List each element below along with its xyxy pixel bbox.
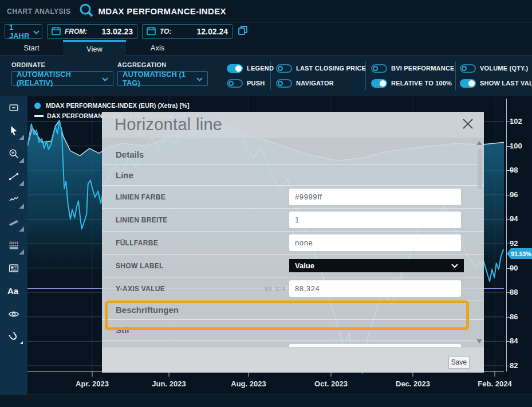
y-tick-mark [506, 317, 511, 318]
section-header: Line [102, 165, 484, 186]
y-axis-value-input[interactable]: 88,324 [289, 280, 461, 297]
flyout-corner [19, 204, 24, 209]
y-tick-mark [506, 170, 511, 171]
toggle-bvi-performance[interactable]: BVI PERFORMANCE [371, 62, 455, 74]
zoom-in-icon[interactable] [0, 142, 27, 165]
close-icon[interactable] [460, 116, 476, 132]
toggle-off-icon[interactable] [276, 64, 292, 73]
toggle-on-icon[interactable] [371, 79, 387, 88]
flyout-corner [19, 226, 24, 232]
show-label-select[interactable]: Value [289, 259, 464, 272]
x-axis[interactable]: Apr. 2023Jun. 2023Aug. 2023Oct. 2023Dec.… [27, 378, 532, 394]
y-tick-mark [506, 341, 511, 342]
select-value: Value [295, 261, 314, 270]
aggregation-label: AGGREGATION [117, 61, 208, 68]
toggle-off-icon[interactable] [371, 64, 387, 73]
field-row-show-label: SHOW LABELValue [102, 255, 484, 277]
y-tick-label: 88 [510, 288, 518, 296]
y-tick-mark [506, 268, 511, 269]
save-button[interactable]: Save [448, 356, 470, 369]
parallel-channel-icon[interactable] [0, 211, 27, 234]
svg-text:Aa: Aa [7, 286, 19, 296]
scrollbar-thumb[interactable] [478, 149, 482, 189]
y-tick-label: 94 [510, 214, 518, 223]
text-icon[interactable]: Aa [0, 280, 27, 303]
toolbar-divider [455, 61, 456, 90]
tab-axis[interactable]: Axis [126, 40, 189, 56]
toggle-legend[interactable]: LEGEND [227, 62, 274, 74]
field-row-f-llfarbe: FÜLLFARBEnone [102, 232, 484, 255]
y-tick-label: 84 [510, 336, 518, 345]
ribbon-tabs: StartViewAxis [0, 40, 532, 56]
ordinate-select[interactable]: AUTOMATISCH (RELATIV) [11, 71, 113, 86]
toggle-relative-to-100[interactable]: RELATIVE TO 100% [371, 77, 455, 89]
section-header: Details [102, 144, 484, 165]
toggle-group-2: BVI PERFORMANCERELATIVE TO 100% [371, 62, 455, 92]
toggle-navigator[interactable]: NAVIGATOR [276, 77, 366, 89]
x-tick-label: Feb. 2024 [478, 379, 511, 388]
y-tick-label: 102 [510, 117, 522, 126]
toggle-last-closing-price[interactable]: LAST CLOSING PRICE [276, 62, 366, 74]
fibonacci-grid-icon[interactable] [0, 234, 27, 257]
tab-view[interactable]: View [63, 40, 126, 56]
dialog-header[interactable]: Horizontal line [102, 112, 484, 138]
trend-line-icon[interactable] [0, 165, 27, 188]
x-tick-label: Aug. 2023 [231, 379, 266, 388]
section-header: Stil [102, 320, 484, 341]
linien-farbe-input[interactable]: #9999ff [289, 189, 461, 205]
field-label: FÜLLFARBE [116, 239, 158, 247]
field-label: LINIEN BREITE [116, 216, 168, 224]
toggle-off-icon[interactable] [227, 79, 243, 88]
tab-start[interactable]: Start [0, 40, 63, 56]
toggle-off-icon[interactable] [276, 79, 292, 88]
scroll-up-arrow-icon[interactable] [476, 141, 482, 145]
y-tick-mark [506, 292, 511, 293]
copy-icon[interactable] [237, 25, 249, 38]
scroll-down-arrow-icon[interactable] [476, 339, 482, 343]
cursor-icon[interactable] [0, 119, 27, 142]
toggle-group-3: VOLUME (QTY.)SHOW LAST VALUE [460, 62, 532, 92]
search-icon[interactable] [78, 2, 94, 21]
calendar-icon [52, 26, 61, 37]
from-label: FROM: [65, 28, 87, 36]
field-row-y-axis-value: Y-AXIS VALUE88.32488,324 [102, 277, 484, 300]
toggle-off-icon[interactable] [460, 64, 476, 73]
f-llfarbe-input[interactable]: none [289, 234, 461, 251]
toggle-show-last-value[interactable]: SHOW LAST VALUE [460, 77, 532, 89]
ordinate-label: ORDINATE [11, 61, 113, 68]
instrument-search-input[interactable]: MDAX PERFORMANCE-INDEX [98, 6, 226, 16]
news-icon[interactable] [0, 257, 27, 280]
date-range-bar: 1 JAHR FROM: 13.02.23 TO: 12.02.24 [0, 23, 532, 40]
visibility-eye-icon[interactable] [0, 303, 27, 326]
linien-breite-input[interactable]: 1 [289, 212, 461, 228]
last-value-badge: 91.53% [507, 248, 532, 259]
y-tick-label: 100 [510, 142, 522, 150]
aggregation-select[interactable]: AUTOMATISCH (1 TAG) [117, 71, 208, 86]
magnet-snap-icon[interactable] [0, 326, 27, 349]
dialog-content: DetailsLineLINIEN FARBE#9999ffLINIEN BRE… [102, 138, 484, 347]
y-tick-label: 86 [510, 312, 518, 321]
dialog-title: Horizontal line [115, 115, 222, 134]
y-axis[interactable]: 10210098969492908886848291.53% [504, 96, 532, 378]
to-label: TO: [160, 28, 171, 36]
ghost-chart-value: 88.324 [248, 285, 286, 292]
toggle-volume-qty[interactable]: VOLUME (QTY.) [460, 62, 532, 74]
toggle-on-icon[interactable] [227, 64, 243, 73]
toggle-label: LEGEND [247, 65, 274, 72]
field-label: Y-AXIS VALUE [116, 285, 165, 293]
period-select[interactable]: 1 JAHR [5, 24, 42, 39]
legend-item[interactable]: MDAX PERFORMANCE-INDEX (EUR) (Xetra) [%] [34, 101, 190, 110]
y-tick-mark [506, 195, 511, 195]
toggle-push[interactable]: PUSH [227, 77, 274, 89]
toggle-label: VOLUME (QTY.) [480, 65, 529, 72]
toggle-label: BVI PERFORMANCE [391, 65, 455, 72]
chevron-down-icon [196, 75, 203, 83]
toggle-on-icon[interactable] [460, 79, 476, 88]
chevron-down-icon [451, 264, 458, 268]
zigzag-pattern-icon[interactable] [0, 188, 27, 211]
flyout-corner [19, 181, 24, 186]
from-date-field[interactable]: FROM: 13.02.23 [47, 24, 137, 39]
view-toolbar: ORDINATE AUTOMATISCH (RELATIV) AGGREGATI… [0, 56, 532, 96]
to-date-field[interactable]: TO: 12.02.24 [142, 24, 232, 39]
collapse-panel-icon[interactable] [0, 96, 27, 119]
